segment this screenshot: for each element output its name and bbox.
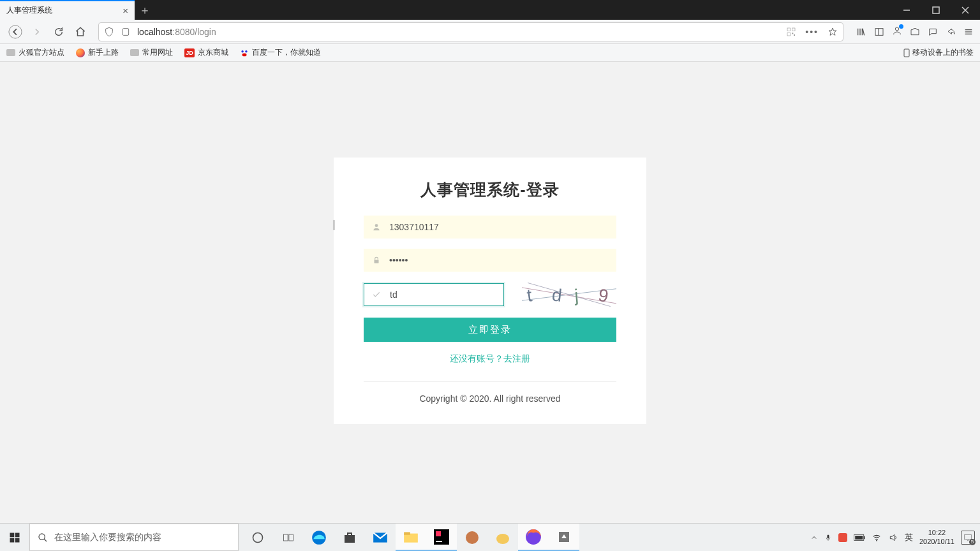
- taskbar-app-generic1[interactable]: [457, 524, 487, 551]
- navbar: localhost:8080/login •••: [0, 20, 980, 44]
- tray-clock[interactable]: 10:22 2020/10/11: [919, 529, 954, 545]
- tray-app-icon[interactable]: [838, 533, 847, 542]
- svg-rect-10: [794, 34, 795, 36]
- login-button[interactable]: 立即登录: [364, 318, 616, 342]
- page-actions-icon[interactable]: •••: [805, 27, 819, 37]
- cortana-icon[interactable]: [242, 524, 273, 551]
- window-controls: [892, 0, 980, 20]
- lock-icon: [371, 255, 382, 265]
- copyright-text: Copyright © 2020. All right reserved: [364, 393, 616, 404]
- url-host: localhost: [137, 27, 172, 37]
- bookmark-common-sites[interactable]: 常用网址: [130, 47, 173, 58]
- bookmark-firefox-official[interactable]: 火狐官方站点: [6, 47, 64, 58]
- tabstrip: 人事管理系统 × ＋: [0, 0, 980, 20]
- bookmark-star-icon[interactable]: [828, 27, 838, 37]
- folder-icon: [130, 49, 139, 56]
- svg-rect-32: [10, 538, 15, 542]
- password-input[interactable]: [364, 249, 616, 272]
- screenshot-icon[interactable]: [910, 27, 920, 37]
- svg-point-34: [39, 534, 45, 540]
- window-maximize-icon[interactable]: [921, 0, 951, 20]
- svg-rect-22: [375, 260, 379, 263]
- svg-point-17: [241, 50, 244, 52]
- bookmark-getting-started[interactable]: 新手上路: [76, 47, 119, 58]
- start-button[interactable]: [0, 524, 29, 551]
- svg-point-21: [375, 224, 378, 227]
- taskbar-app-store[interactable]: [334, 524, 365, 551]
- tray-mic-icon[interactable]: [824, 533, 832, 543]
- divider: [364, 381, 616, 382]
- bookmark-baidu[interactable]: 百度一下，你就知道: [240, 47, 321, 58]
- taskbar-app-generic2[interactable]: [487, 524, 518, 551]
- svg-rect-37: [284, 534, 288, 541]
- bookmark-label: 火狐官方站点: [19, 47, 64, 58]
- share-icon[interactable]: [946, 27, 956, 37]
- folder-icon: [6, 49, 15, 56]
- tray-volume-icon[interactable]: [888, 533, 898, 542]
- taskbar-app-mail[interactable]: [365, 524, 396, 551]
- svg-point-19: [242, 53, 247, 56]
- captcha-input[interactable]: [364, 283, 504, 306]
- menu-icon[interactable]: [963, 27, 974, 37]
- svg-rect-11: [875, 28, 883, 35]
- jd-icon: JD: [184, 48, 195, 57]
- nav-reload-button[interactable]: [50, 23, 68, 41]
- url-text: localhost:8080/login: [137, 27, 216, 37]
- taskbar-search[interactable]: 在这里输入你要搜索的内容: [29, 524, 239, 551]
- taskbar-app-edge[interactable]: [304, 524, 334, 551]
- tray-wifi-icon[interactable]: [872, 533, 882, 542]
- tray-date: 2020/10/11: [919, 538, 954, 546]
- tray-ime[interactable]: 英: [905, 532, 913, 543]
- bookmark-label: 新手上路: [88, 47, 119, 58]
- nav-forward-button[interactable]: [28, 23, 46, 41]
- account-icon[interactable]: [892, 26, 902, 38]
- sidebar-icon[interactable]: [874, 27, 884, 37]
- user-icon: [371, 222, 382, 232]
- svg-text:j: j: [573, 286, 579, 306]
- notification-badge: 5: [969, 539, 976, 545]
- tray-notifications-icon[interactable]: 5: [961, 531, 975, 545]
- toolbar-right: [856, 26, 974, 38]
- text-cursor-icon: [334, 220, 334, 230]
- tray-expand-icon[interactable]: [810, 534, 818, 541]
- svg-rect-31: [15, 533, 20, 537]
- svg-point-13: [895, 27, 898, 30]
- window-minimize-icon[interactable]: [892, 0, 921, 20]
- register-link[interactable]: 还没有账号？去注册: [364, 353, 616, 365]
- qr-icon[interactable]: [786, 27, 796, 37]
- username-input[interactable]: [364, 216, 616, 239]
- svg-rect-33: [15, 538, 20, 542]
- svg-rect-6: [787, 28, 791, 31]
- svg-rect-43: [404, 532, 410, 534]
- svg-rect-5: [122, 28, 128, 35]
- bookmark-mobile[interactable]: 移动设备上的书签: [903, 47, 974, 58]
- window-close-icon[interactable]: [951, 0, 980, 20]
- url-bar[interactable]: localhost:8080/login •••: [98, 22, 843, 41]
- taskbar-app-generic3[interactable]: [549, 524, 579, 551]
- svg-point-55: [876, 540, 877, 541]
- svg-line-35: [44, 539, 47, 541]
- taskbar-app-explorer[interactable]: [396, 524, 426, 551]
- taskview-icon[interactable]: [273, 524, 304, 551]
- chat-icon[interactable]: [928, 27, 938, 37]
- bookmark-jd[interactable]: JD 京东商城: [184, 47, 228, 58]
- shield-icon: [104, 27, 114, 37]
- tray-battery-icon[interactable]: [854, 534, 865, 541]
- taskbar: 在这里输入你要搜索的内容 英 10:22 2020/10/11 5: [0, 523, 980, 551]
- page-content: 人事管理系统-登录: [0, 62, 980, 523]
- taskbar-app-intellij[interactable]: [426, 524, 457, 551]
- taskbar-app-firefox[interactable]: [518, 524, 549, 551]
- svg-rect-38: [289, 534, 293, 541]
- svg-rect-54: [855, 536, 863, 540]
- login-card: 人事管理系统-登录: [334, 158, 646, 424]
- search-icon: [38, 533, 48, 543]
- svg-point-36: [253, 533, 263, 542]
- new-tab-button[interactable]: ＋: [135, 0, 155, 20]
- nav-home-button[interactable]: [71, 23, 89, 41]
- captcha-image[interactable]: t d j 9: [522, 282, 616, 307]
- tab-active[interactable]: 人事管理系统 ×: [0, 0, 135, 20]
- svg-rect-8: [787, 33, 791, 36]
- tab-close-icon[interactable]: ×: [122, 5, 128, 16]
- library-icon[interactable]: [856, 27, 866, 37]
- nav-back-button[interactable]: [6, 23, 24, 41]
